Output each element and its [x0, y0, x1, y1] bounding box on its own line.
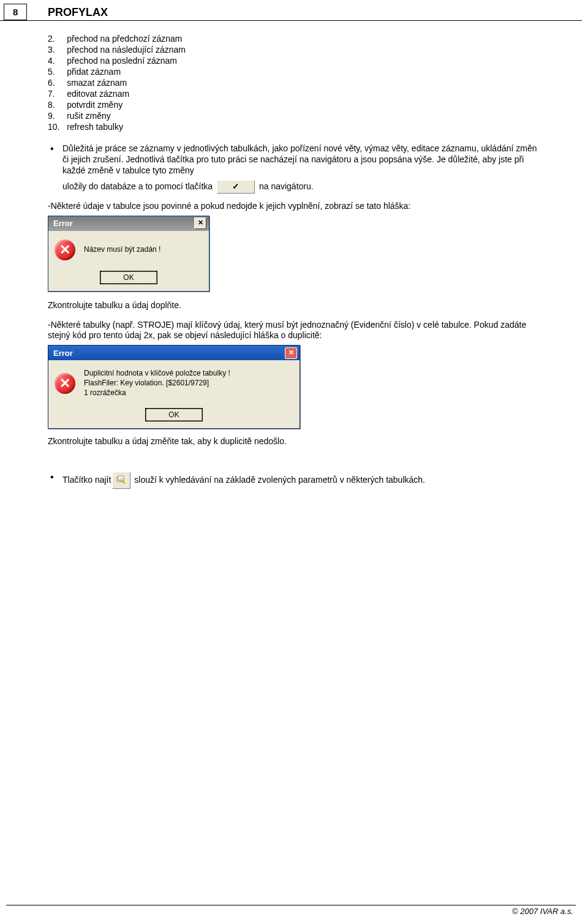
error-dialog-2: Error ✕ ✕ Duplicitní hodnota v klíčové p… — [48, 345, 300, 429]
paragraph-inline: uložily do databáze a to pomocí tlačítka… — [62, 180, 545, 194]
confirm-button-icon[interactable]: ✓ — [217, 180, 255, 194]
copyright: © 2007 IVAR a.s. — [0, 907, 582, 916]
list-num: 9. — [48, 111, 55, 121]
list-num: 4. — [48, 56, 55, 66]
list-num: 6. — [48, 78, 55, 88]
list-num: 7. — [48, 89, 55, 99]
list-text: přechod na poslední záznam — [67, 56, 177, 66]
dialog-title: Error — [53, 349, 73, 358]
list-num: 5. — [48, 67, 55, 77]
close-icon[interactable]: ✕ — [285, 347, 297, 359]
error-icon: ✕ — [55, 240, 75, 260]
paragraph: Důležitá je práce se záznamy v jednotliv… — [62, 143, 545, 176]
dialog-titlebar: Error ✕ — [48, 216, 209, 231]
dialog-message-line: FlashFiler: Key violation. [$2601/9729] — [84, 379, 230, 388]
dialog-message: Duplicitní hodnota v klíčové položce tab… — [84, 369, 230, 398]
paragraph: Zkontrolujte tabulku a údaj změňte tak, … — [48, 436, 545, 447]
list-text: rušit změny — [67, 111, 111, 121]
paragraph: -Některé tabulky (např. STROJE) mají klí… — [48, 320, 545, 342]
list-text: editovat záznam — [67, 89, 129, 99]
paragraph: Zkontrolujte tabulku a údaj doplňte. — [48, 300, 545, 311]
error-icon: ✕ — [55, 373, 75, 394]
list-text: refresh tabulky — [67, 122, 123, 132]
dialog-message-line: Duplicitní hodnota v klíčové položce tab… — [84, 369, 230, 379]
list-text: přechod na předchozí záznam — [67, 34, 182, 43]
list-num: 10. — [48, 122, 59, 132]
dialog-title: Error — [53, 219, 73, 228]
text-frag: uložily do databáze a to pomocí tlačítka — [62, 181, 213, 191]
list-text: přidat záznam — [67, 67, 121, 77]
numbered-list: 2. přechod na předchozí záznam 3. přecho… — [48, 33, 545, 132]
paragraph-inline: Tlačítko najít slouží k vyhledávání na z… — [62, 472, 545, 489]
find-button-icon[interactable] — [112, 472, 130, 489]
page-footer: © 2007 IVAR a.s. — [0, 905, 582, 916]
dialog-message-line: 1 rozrážečka — [84, 388, 230, 398]
ok-button[interactable]: OK — [146, 409, 202, 421]
list-num: 8. — [48, 100, 55, 110]
list-text: potvrdit změny — [67, 100, 123, 110]
ok-button[interactable]: OK — [100, 271, 157, 284]
list-num: 2. — [48, 34, 55, 43]
error-dialog-1: Error ✕ ✕ Název musí být zadán ! OK — [48, 216, 209, 292]
paragraph: -Některé údaje v tabulce jsou povinné a … — [48, 201, 545, 212]
close-icon[interactable]: ✕ — [194, 217, 206, 229]
list-text: přechod na následující záznam — [67, 45, 186, 55]
text-frag: slouží k vyhledávání na základě zvolenýc… — [134, 475, 425, 485]
page-title: PROFYLAX — [0, 0, 582, 21]
page-number: 8 — [4, 4, 27, 20]
svg-rect-1 — [118, 476, 124, 480]
list-text: smazat záznam — [67, 78, 127, 88]
text-frag: na navigátoru. — [259, 181, 314, 191]
text-frag: Tlačítko najít — [62, 475, 111, 485]
list-num: 3. — [48, 45, 55, 55]
dialog-message: Název musí být zadán ! — [84, 245, 160, 255]
dialog-titlebar: Error ✕ — [48, 346, 300, 360]
